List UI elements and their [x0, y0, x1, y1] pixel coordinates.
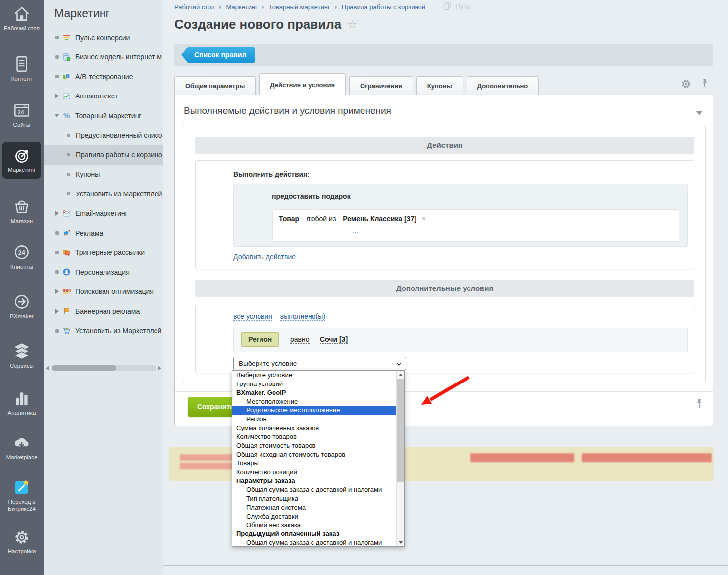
- favorite-star-icon[interactable]: ☆: [347, 18, 357, 31]
- dropdown-option-selected[interactable]: Родительское местоположение: [232, 406, 404, 415]
- scroll-left-arrow-icon[interactable]: [46, 366, 49, 371]
- menu-item-email-marketing[interactable]: Email-маркетинг: [44, 204, 163, 224]
- path-label: Путь: [455, 2, 470, 10]
- pin-icon[interactable]: [695, 399, 704, 409]
- condition-field-badge[interactable]: Регион: [241, 332, 279, 347]
- dropdown-option[interactable]: Общий вес заказа: [232, 521, 404, 529]
- settings-gear-icon: [12, 527, 32, 547]
- menu-item-ab-testing[interactable]: A/B-тестирование: [44, 67, 163, 87]
- conditions-box: все условия выполнено(ы) Регион равно Со…: [195, 305, 694, 373]
- menu-item-cart-rules[interactable]: Правила работы с корзино: [44, 145, 163, 165]
- dropdown-option[interactable]: Количество позиций: [232, 468, 404, 477]
- rail-item-shop[interactable]: Магазин: [0, 197, 44, 225]
- sites-icon: 24: [12, 100, 32, 120]
- condition-value-link[interactable]: Сочи [3]: [320, 335, 348, 344]
- menu-item-coupons[interactable]: Купоны: [44, 165, 163, 185]
- breadcrumb-link[interactable]: Правила работы с корзиной: [342, 3, 425, 11]
- dropdown-option[interactable]: Платежная система: [232, 503, 404, 512]
- breadcrumb-link[interactable]: Маркетинг: [226, 3, 258, 11]
- condition-operator-link[interactable]: равно: [290, 335, 310, 344]
- rail-item-marketing[interactable]: Маркетинг: [2, 142, 41, 179]
- condition-select[interactable]: Выберите условие: [233, 357, 406, 370]
- menu-item-label: Пульс конверсии: [75, 34, 130, 42]
- rail-item-sites[interactable]: 24 Сайты: [0, 100, 44, 129]
- copy-path-icon: [443, 2, 452, 10]
- add-more-products-link[interactable]: ...: [352, 227, 361, 235]
- home-icon: [12, 4, 32, 24]
- rail-item-settings[interactable]: Настройки: [0, 527, 44, 555]
- tab-actions-conditions[interactable]: Действия и условия: [259, 73, 346, 95]
- personalization-icon: [62, 268, 71, 276]
- dropdown-option[interactable]: Сумма оплаченных заказов: [232, 424, 404, 432]
- tab-general[interactable]: Общие параметры: [174, 76, 256, 95]
- rail-item-clients[interactable]: 24 Клиенты: [0, 242, 44, 271]
- dropdown-option[interactable]: Тип плательщика: [232, 494, 404, 503]
- all-conditions-link[interactable]: все условия: [233, 312, 272, 321]
- collapse-section-icon[interactable]: [696, 111, 703, 115]
- product-value-link[interactable]: Ремень Классика [37]: [343, 215, 416, 223]
- menu-item-autocontext[interactable]: Автоконтекст: [44, 87, 163, 106]
- rail-item-services[interactable]: Сервисы: [0, 341, 44, 370]
- tab-coupons[interactable]: Купоны: [416, 76, 463, 95]
- bullet-icon: [67, 173, 70, 176]
- menu-item-personalization[interactable]: Персонализация: [44, 262, 163, 282]
- menu-item-business-model[interactable]: Бизнес модель интернет-м: [44, 48, 163, 67]
- any-of-link[interactable]: любой из: [306, 215, 336, 223]
- scrollbar-thumb[interactable]: [52, 365, 116, 371]
- condition-row: Регион равно Сочи [3]: [233, 328, 688, 352]
- dropdown-option[interactable]: Количество товаров: [232, 432, 404, 441]
- pin-icon[interactable]: [700, 78, 709, 88]
- menu-item-label: Баннерная реклама: [75, 307, 140, 315]
- svg-text:24: 24: [18, 109, 24, 115]
- dropdown-option[interactable]: Общая исходная стоимость товаров: [232, 450, 404, 459]
- dropdown-option[interactable]: Группа условий: [232, 380, 404, 388]
- rail-label: Аналитика: [8, 410, 36, 417]
- rail-item-bxmaker[interactable]: BXmaker: [0, 292, 44, 320]
- rail-item-analytics[interactable]: Аналитика: [0, 388, 44, 417]
- tab-restrictions[interactable]: Ограничения: [349, 76, 413, 95]
- add-action-link[interactable]: Добавить действие: [233, 253, 296, 261]
- fulfilled-link[interactable]: выполнено(ы): [280, 312, 325, 321]
- breadcrumb-link[interactable]: Рабочий стол: [174, 3, 215, 11]
- rules-list-button[interactable]: Список правил: [181, 47, 255, 63]
- dropdown-group: Параметры заказа: [232, 477, 404, 485]
- menu-item-preset-list[interactable]: Предустановленный списо: [44, 126, 163, 145]
- perform-actions-label: Выполнить действия:: [233, 170, 310, 178]
- scroll-right-arrow-icon[interactable]: [158, 366, 161, 371]
- dropdown-option[interactable]: Общая сумма заказа с доставкой и налогам…: [232, 538, 404, 547]
- rail-item-marketplace[interactable]: Marketplace: [0, 433, 44, 461]
- scroll-up-arrow-icon[interactable]: [397, 371, 405, 379]
- dropdown-option[interactable]: Товары: [232, 459, 404, 468]
- rail-item-bitrix24[interactable]: Переход в Битрикс24: [0, 478, 44, 513]
- chevron-right-icon: [55, 94, 59, 98]
- tab-settings-gear-icon[interactable]: [681, 79, 691, 89]
- dropdown-option[interactable]: Общая стоимость товаров: [232, 441, 404, 450]
- scroll-down-arrow-icon[interactable]: [397, 538, 405, 546]
- breadcrumb-separator-icon: [335, 5, 337, 9]
- menu-item-label: Поисковая оптимизация: [75, 288, 154, 295]
- menu-item-trigger-mailings[interactable]: Триггерные рассылки: [44, 243, 163, 263]
- path-toggle[interactable]: Путь: [443, 2, 470, 10]
- dropdown-option[interactable]: Общая сумма заказа с доставкой и налогам…: [232, 485, 404, 494]
- dropdown-option[interactable]: Выберите условие: [232, 371, 404, 380]
- menu-item-conversion-pulse[interactable]: Пульс конверсии: [44, 28, 163, 48]
- menu-item-ads[interactable]: Реклама: [44, 223, 163, 243]
- ab-testing-icon: [62, 72, 71, 81]
- tab-additional[interactable]: Дополнительно: [467, 76, 539, 95]
- scrollbar-thumb[interactable]: [397, 379, 404, 482]
- menu-item-banner-ads[interactable]: Баннерная реклама: [44, 301, 163, 321]
- app-root: Рабочий стол Контент 24 Сайты Маркетинг …: [0, 0, 728, 575]
- breadcrumb-link[interactable]: Товарный маркетинг: [269, 3, 330, 11]
- rail-item-desktop[interactable]: Рабочий стол: [0, 4, 44, 32]
- dropdown-option[interactable]: Регион: [232, 415, 404, 424]
- rail-label: Настройки: [8, 548, 36, 555]
- menu-item-seo[interactable]: SEO Поисковая оптимизация: [44, 282, 163, 302]
- menu-item-product-marketing[interactable]: % Товарный маркетинг: [44, 106, 163, 126]
- percent-icon: %: [62, 111, 71, 120]
- dropdown-option[interactable]: Служба доставки: [232, 512, 404, 521]
- menu-item-install-marketplace-1[interactable]: Установить из Маркетплей: [44, 184, 163, 204]
- menu-item-install-marketplace-2[interactable]: Установить из Маркетплей: [44, 321, 163, 341]
- remove-product-icon[interactable]: ×: [422, 215, 426, 223]
- rail-item-content[interactable]: Контент: [0, 54, 44, 83]
- dropdown-option[interactable]: Местоположение: [232, 397, 404, 406]
